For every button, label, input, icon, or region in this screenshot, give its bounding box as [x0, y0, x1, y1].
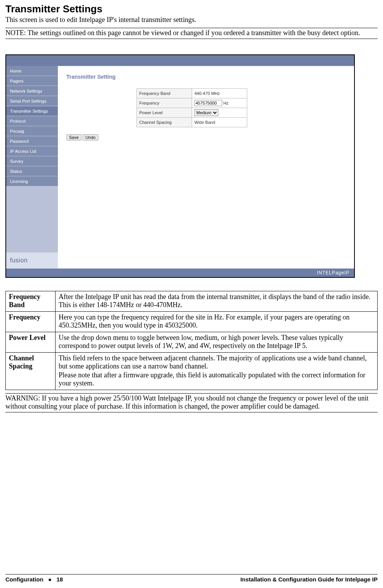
nav-item[interactable]: Serial Port Settings: [6, 96, 58, 106]
definition-term: Power Level: [6, 332, 56, 353]
brand-logo: fusion: [6, 252, 58, 269]
frequency-unit: Hz: [223, 101, 228, 105]
footer-section: Configuration: [5, 576, 43, 583]
nav-item[interactable]: Pagers: [6, 76, 58, 86]
warning-box: WARNING: If you have a high power 25/50/…: [5, 393, 378, 412]
definition-desc: This field refers to the space between a…: [56, 353, 378, 390]
nav-item[interactable]: Transmitter Settings: [6, 106, 58, 116]
definition-term: Frequency: [6, 312, 56, 332]
panel-title: Transmitter Setting: [66, 74, 346, 80]
definitions-table: Frequency BandAfter the Intelpage IP uni…: [5, 291, 378, 390]
app-sidebar: HomePagersNetwork SettingsSerial Port Se…: [6, 66, 58, 269]
freq-band-label: Frequency Band: [137, 89, 192, 98]
channel-spacing-label: Channel Spacing: [137, 118, 192, 127]
app-topbar: [6, 55, 354, 66]
definition-desc: Use the drop down menu to toggle between…: [56, 332, 378, 353]
freq-band-value: 440-470 MHz: [192, 89, 247, 98]
nav-item[interactable]: Status: [6, 166, 58, 176]
nav-list: HomePagersNetwork SettingsSerial Port Se…: [6, 66, 58, 186]
page-footer: Configuration ● 18 Installation & Config…: [5, 574, 378, 583]
nav-item[interactable]: IP Access List: [6, 146, 58, 156]
nav-item[interactable]: Pocsag: [6, 126, 58, 136]
nav-item[interactable]: Home: [6, 66, 58, 76]
note-box: NOTE: The settings outlined on this page…: [5, 28, 378, 39]
channel-spacing-value: Wide Band: [192, 118, 247, 127]
definition-desc: After the Intelpage IP unit has read the…: [56, 291, 378, 312]
nav-item[interactable]: Password: [6, 136, 58, 146]
nav-item[interactable]: Protocol: [6, 116, 58, 126]
definition-desc: Here you can type the frequency required…: [56, 312, 378, 332]
nav-item[interactable]: Licensing: [6, 176, 58, 186]
nav-item[interactable]: Network Settings: [6, 86, 58, 96]
power-level-label: Power Level: [137, 108, 192, 118]
frequency-label: Frequency: [137, 98, 192, 108]
frequency-input[interactable]: [194, 100, 222, 106]
power-level-select[interactable]: Medium: [194, 109, 218, 116]
app-screenshot: HomePagersNetwork SettingsSerial Port Se…: [5, 54, 355, 278]
undo-button[interactable]: Undo: [83, 134, 98, 140]
page-subtitle: This screen is used to edit Intelpage IP…: [5, 16, 378, 24]
app-main: Transmitter Setting Frequency Band 440-4…: [58, 66, 354, 269]
footer-bullet: ●: [45, 576, 55, 583]
definition-term: Frequency Band: [6, 291, 56, 312]
page-title: Transmitter Settings: [5, 3, 378, 15]
definition-term: Channel Spacing: [6, 353, 56, 390]
app-footer-brand: INTELPageIP: [6, 269, 354, 277]
footer-page-number: 18: [56, 576, 63, 583]
settings-table: Frequency Band 440-470 MHz Frequency Hz …: [137, 88, 247, 127]
save-button[interactable]: Save: [66, 134, 81, 140]
nav-item[interactable]: Survey: [6, 156, 58, 166]
footer-doc-title: Installation & Configuration Guide for I…: [240, 576, 378, 583]
